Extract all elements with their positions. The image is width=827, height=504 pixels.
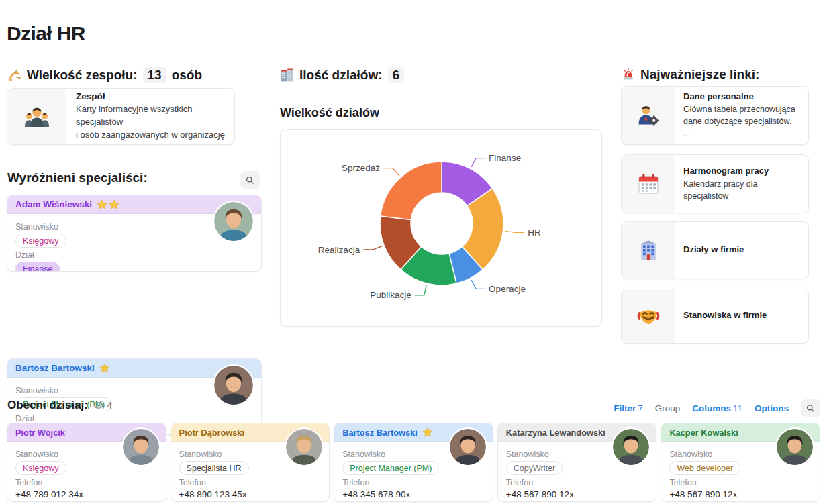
dept-tag: Finanse — [15, 262, 60, 272]
team-size-suffix: osób — [172, 68, 202, 83]
departments-label: Ilość działów: — [299, 68, 383, 83]
chart-title: Wielkość działów — [280, 106, 379, 120]
siren-icon — [622, 68, 635, 81]
position-tag: CopyWriter — [506, 461, 563, 475]
featured-card-adam[interactable]: Adam Wiśniewski Stanowisko Księgowy Dzia… — [7, 195, 262, 272]
link-card-dane-personalne[interactable]: Dane personalne Główna tabela przechowuj… — [621, 86, 809, 145]
person-gear-icon — [636, 103, 661, 128]
featured-search-button[interactable] — [240, 171, 260, 189]
link-title: Dane personalne — [683, 91, 800, 101]
team-size-label: Wielkość zespołu: — [27, 68, 138, 83]
star-icons — [95, 199, 119, 210]
link-card-stanowiska[interactable]: Stanowiska w firmie — [621, 289, 809, 344]
link-title: Działy w firmie — [683, 244, 744, 254]
departments-heading: Ilość działów: 6 — [280, 67, 404, 83]
linked-records-count: 4 — [93, 400, 112, 411]
person-name: Kacper Kowalski — [669, 427, 738, 438]
featured-heading: Wyróżnieni specjaliści: — [7, 170, 148, 185]
person-name: Bartosz Bartowski — [15, 363, 95, 373]
star-icons — [98, 363, 110, 374]
office-building-icon — [636, 238, 661, 262]
linked-oval-icon — [93, 401, 104, 410]
link-title: Stanowiska w firmie — [683, 310, 767, 320]
team-icon-strip — [7, 89, 66, 144]
link-desc: Kalendarz pracy dla specjalistów — [683, 178, 800, 202]
links-heading: Najważniejsze linki: — [622, 67, 759, 82]
avatar — [214, 202, 253, 241]
group-button[interactable]: Group — [655, 403, 681, 413]
columns-button[interactable]: Columns11 — [692, 403, 742, 413]
svg-text:Sprzedaż: Sprzedaż — [342, 163, 380, 173]
dept-label: Dział — [15, 414, 253, 423]
team-card-desc: Karty informacyjne wszystkich specjalist… — [76, 103, 225, 142]
avatar — [214, 366, 253, 405]
position-tag: Web developer — [669, 461, 740, 475]
page-title: Dział HR — [7, 22, 85, 45]
svg-text:Publikacje: Publikacje — [370, 290, 411, 300]
present-card-piotr-dabrowski[interactable]: Piotr Dąbrowski Stanowisko Specjalista H… — [171, 423, 330, 502]
chart-card: FinanseHROperacjePublikacjeRealizacjaSpr… — [280, 129, 602, 327]
team-size-count: 13 — [143, 67, 166, 83]
phone-label: Telefon — [342, 478, 485, 487]
present-toolbar: Filter7 Group Columns11 Options — [614, 399, 820, 417]
filter-button[interactable]: Filter7 — [614, 403, 643, 413]
team-size-heading: Wielkość zespołu: 13 osób — [7, 67, 202, 83]
present-search-button[interactable] — [801, 399, 820, 417]
phone-value: +48 567 890 12x — [506, 489, 648, 499]
options-button[interactable]: Options — [755, 403, 789, 413]
position-tag: Project Manager (PM) — [342, 461, 439, 475]
cartwheel-icon — [7, 68, 21, 83]
person-name: Katarzyna Lewandowski — [506, 427, 605, 438]
phone-label: Telefon — [506, 478, 648, 487]
phone-label: Telefon — [179, 478, 322, 487]
team-card-title: Zespół — [76, 91, 225, 101]
present-card-katarzyna-lewandowski[interactable]: Katarzyna Lewandowski Stanowisko CopyWri… — [497, 423, 657, 502]
link-card-dzialy[interactable]: Działy w firmie — [621, 221, 809, 279]
person-name: Piotr Dąbrowski — [179, 427, 244, 438]
departments-count: 6 — [388, 67, 405, 83]
smiley-face-icon — [636, 304, 661, 328]
person-name: Piotr Wójcik — [15, 427, 65, 438]
phone-value: +48 789 012 34x — [15, 489, 158, 499]
phone-label: Telefon — [15, 478, 158, 487]
office-buildings-icon — [280, 68, 294, 83]
svg-text:Operacje: Operacje — [489, 284, 526, 294]
position-tag: Specjalista HR — [179, 461, 249, 475]
phone-value: +48 345 678 90x — [342, 489, 485, 499]
team-link-card[interactable]: Zespół Karty informacyjne wszystkich spe… — [7, 88, 235, 145]
phone-value: +48 890 123 45x — [179, 489, 322, 499]
search-icon — [806, 403, 816, 413]
avatar — [777, 429, 813, 465]
star-icons — [421, 427, 433, 438]
avatar — [613, 429, 649, 465]
avatar — [450, 429, 486, 465]
team-icon — [23, 103, 50, 130]
present-cards-row: Piotr Wójcik Stanowisko Księgowy Telefon… — [7, 423, 820, 502]
position-tag: Księgowy — [15, 461, 66, 475]
svg-text:Realizacja: Realizacja — [318, 245, 360, 255]
link-desc: Główna tabela przechowująca dane dotyczą… — [683, 103, 800, 140]
calendar-icon — [636, 172, 661, 196]
dept-label: Dział — [15, 250, 253, 260]
donut-segment-Sprzedaż — [381, 162, 442, 219]
svg-text:HR: HR — [528, 228, 541, 238]
present-card-bartosz-bartowski[interactable]: Bartosz Bartowski Stanowisko Project Man… — [334, 423, 493, 502]
phone-value: +48 567 890 12x — [669, 489, 812, 499]
search-icon — [245, 175, 255, 185]
present-card-kacper-kowalski[interactable]: Kacper Kowalski Stanowisko Web developer… — [661, 423, 820, 502]
position-tag: Księgowy — [15, 234, 66, 248]
link-card-harmonogram[interactable]: Harmonogram pracy Kalendarz pracy dla sp… — [621, 154, 809, 213]
avatar — [286, 429, 322, 465]
phone-label: Telefon — [669, 478, 812, 487]
person-name: Adam Wiśniewski — [15, 199, 92, 209]
svg-text:Finanse: Finanse — [489, 153, 521, 163]
present-heading: Obecni dzisiaj: 4 — [7, 399, 112, 412]
avatar — [123, 429, 159, 465]
donut-chart[interactable]: FinanseHROperacjePublikacjeRealizacjaSpr… — [281, 130, 601, 326]
present-card-piotr-wojcik[interactable]: Piotr Wójcik Stanowisko Księgowy Telefon… — [7, 423, 166, 502]
link-title: Harmonogram pracy — [683, 166, 800, 176]
person-name: Bartosz Bartowski — [342, 427, 418, 438]
